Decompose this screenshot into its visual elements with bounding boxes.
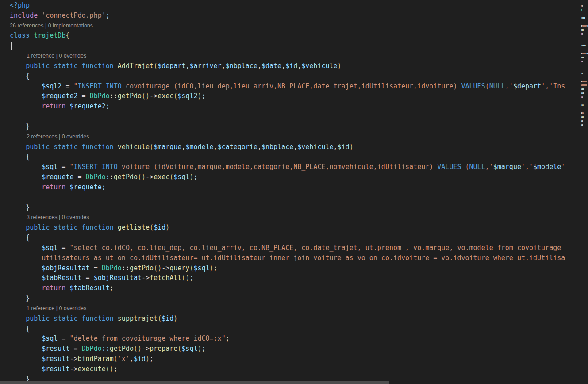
minimap-line-mark (583, 73, 583, 74)
code-line[interactable]: return $tabResult; (0, 283, 580, 293)
horizontal-scrollbar-thumb[interactable] (0, 381, 389, 384)
code-line[interactable]: $sql = "delete from covoiturage where id… (0, 334, 580, 344)
code-token: ( (173, 92, 177, 100)
code-line[interactable]: public static function vehicule($marque,… (0, 142, 580, 152)
code-line[interactable]: $result = DbPdo::getPdo()->prepare($sql)… (0, 344, 580, 354)
code-line[interactable]: $sql = "select co.idCO, co.lieu_dep, co.… (0, 243, 580, 253)
code-token: ) (197, 92, 201, 100)
code-token: ; (102, 183, 106, 191)
code-token (10, 62, 26, 70)
code-token: ; (110, 284, 114, 292)
code-line[interactable]: $sql2 = "INSERT INTO covoiturage (idCO,l… (0, 81, 580, 92)
code-token: = (58, 163, 69, 171)
code-line[interactable]: } (0, 203, 580, 213)
code-line[interactable]: $tabResult = $objResultat->fetchAll(); (0, 273, 580, 283)
code-line[interactable]: $objResultat = DbPdo::getPdo()->query($s… (0, 263, 580, 273)
code-token (10, 334, 42, 342)
code-token: , (257, 62, 261, 70)
code-line[interactable]: public static function supptrajet($id) (0, 314, 580, 324)
code-line[interactable]: utilisateurs as ut on co.idUtilisateur= … (0, 253, 580, 263)
code-token: $sql (42, 163, 58, 171)
code-line[interactable]: class trajetDb{ (0, 31, 580, 41)
code-token: :: (102, 345, 110, 353)
code-token (78, 315, 82, 323)
code-line[interactable]: <?php (0, 0, 580, 11)
code-token: " (74, 82, 78, 90)
code-line[interactable]: { (0, 233, 580, 243)
code-token: ) (110, 365, 114, 373)
code-token: $depart (158, 62, 185, 70)
minimap-line-mark (581, 69, 581, 70)
minimap[interactable] (580, 0, 588, 384)
code-token: { (65, 31, 69, 39)
code-line[interactable]: { (0, 324, 580, 334)
code-token: , (130, 355, 134, 363)
code-line[interactable]: } (0, 122, 580, 132)
code-token: covoiturage (idCO,lieu_dep,lieu_arriv,NB… (122, 82, 461, 90)
codelens-link[interactable]: 1 reference | 0 overrides (0, 51, 580, 61)
codelens-link[interactable]: 1 reference | 0 overrides (0, 303, 580, 314)
code-line[interactable] (0, 192, 580, 203)
code-token: getPdo (118, 92, 142, 100)
code-token: trajetDb (34, 31, 65, 39)
code-line[interactable]: $requete = DbPdo::getPdo()->exec($sql); (0, 172, 580, 182)
minimap-line-mark (584, 116, 584, 118)
code-token: function (82, 62, 114, 70)
code-token: ( (138, 173, 142, 181)
code-token: ; (150, 355, 154, 363)
code-token: ( (154, 264, 158, 272)
code-line[interactable]: { (0, 152, 580, 162)
code-token: ( (177, 345, 181, 353)
minimap-line-mark (583, 104, 584, 106)
minimap-line-mark (582, 96, 583, 98)
code-line[interactable] (0, 111, 580, 122)
code-line[interactable]: $result->execute(); (0, 364, 580, 374)
horizontal-scrollbar[interactable] (0, 381, 580, 384)
code-token: NULL (469, 163, 485, 171)
code-token: , (297, 62, 301, 70)
code-token: :: (106, 173, 114, 181)
code-token: ' (561, 163, 565, 171)
code-line[interactable]: $requete2 = DbPdo::getPdo()->exec($sql2)… (0, 91, 580, 101)
code-token: -> (161, 264, 169, 272)
codelens-link[interactable]: 26 references | 0 implementations (0, 21, 580, 31)
code-line[interactable]: $result->bindParam('x',$id); (0, 354, 580, 364)
code-line[interactable]: public static function getliste($id) (0, 223, 580, 233)
code-token: -> (69, 355, 77, 363)
code-line[interactable]: $sql = "INSERT INTO voiture (idVoiture,m… (0, 162, 580, 172)
minimap-line-mark (582, 53, 586, 54)
codelens-link[interactable]: 2 references | 0 overrides (0, 132, 580, 142)
code-token: = (90, 264, 102, 272)
code-line[interactable]: include 'connectPdo.php'; (0, 11, 580, 21)
code-token: $depart (513, 82, 541, 90)
code-token (10, 204, 26, 211)
code-token: execute (78, 365, 106, 373)
code-token: = (78, 92, 90, 100)
code-token: voiture (idVoiture,marque,modele,categor… (118, 163, 437, 171)
code-token (114, 223, 118, 231)
code-token: 'x' (118, 355, 130, 363)
code-token: 'connectPdo.php' (42, 12, 106, 19)
code-line[interactable]: return $requete; (0, 182, 580, 192)
codelens-link[interactable]: 3 references | 0 overrides (0, 212, 580, 223)
code-token: return (42, 183, 65, 191)
code-token: ) (165, 223, 169, 231)
code-editor[interactable]: <?phpinclude 'connectPdo.php';26 referen… (0, 0, 580, 384)
code-line[interactable]: { (0, 71, 580, 81)
code-line[interactable] (0, 41, 580, 51)
code-token: = (74, 173, 86, 181)
code-token: function (82, 143, 114, 151)
code-line[interactable]: return $requete2; (0, 101, 580, 111)
code-token: -> (69, 365, 77, 373)
code-token: $sql (42, 244, 58, 252)
code-token: exec (158, 92, 173, 100)
code-token (10, 82, 42, 90)
code-line[interactable]: public static function AddTrajet($depart… (0, 61, 580, 71)
minimap-line-mark (583, 120, 583, 122)
code-token: prepare (150, 345, 177, 353)
code-token: getPdo (130, 264, 154, 272)
code-token (10, 183, 42, 191)
code-token: $vehicule (297, 143, 333, 151)
code-token: VALUES (437, 163, 461, 171)
code-line[interactable]: } (0, 293, 580, 303)
